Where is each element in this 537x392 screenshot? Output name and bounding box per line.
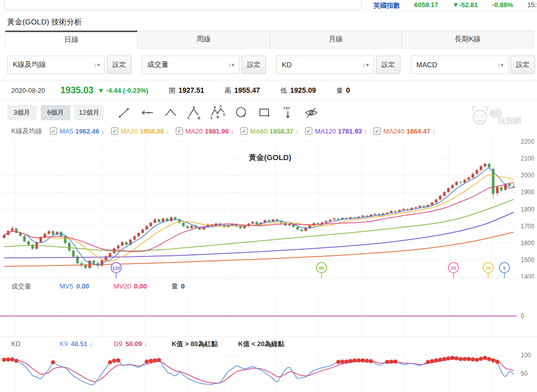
svg-text:1600: 1600	[521, 240, 534, 247]
ma10-checkbox[interactable]: ✓	[111, 127, 118, 135]
candlestick-chart[interactable]: 2200210020001900180017001600150014001206…	[0, 138, 537, 278]
high-value: 1955.47	[234, 86, 260, 94]
range-12m-button[interactable]: 12個月	[74, 105, 104, 120]
svg-text:1900: 1900	[521, 189, 534, 196]
tab-daily[interactable]: 日線	[5, 31, 138, 48]
range-6m-button[interactable]: 6個月	[41, 105, 70, 120]
mv5-value: 0.00	[76, 282, 89, 290]
abc-pattern-icon[interactable]: A 0 B	[186, 105, 202, 120]
horizontal-ray-icon[interactable]	[140, 105, 155, 120]
tab-monthly[interactable]: 月線	[270, 31, 402, 48]
kd-header: KD K948.51 ↓ D950.09 ↓ K值 > 80為紅點 K值 < 2…	[0, 336, 537, 351]
circle-tool-icon[interactable]	[233, 105, 249, 120]
ma120-checkbox[interactable]: ✓	[305, 127, 312, 135]
quote-change: ▼ -4.44 (-0.23%)	[98, 87, 149, 94]
ticker-change: ▼-52.81	[452, 1, 478, 10]
svg-text:20: 20	[451, 265, 457, 271]
high-label: 高	[225, 87, 231, 94]
ma10-legend-item: ✓MA101958.88 ↓	[111, 127, 169, 135]
ticker-change-pct: -0.86%	[492, 1, 513, 10]
index-ticker[interactable]: 英國指數 6059.17 ▼-52.81 -0.86% 15:5	[373, 1, 537, 10]
svg-text:C: C	[220, 105, 222, 108]
settings-button-4[interactable]: 設定	[511, 56, 535, 74]
svg-text:D: D	[223, 113, 225, 116]
vol-value: 0	[181, 282, 184, 290]
quote-row: 2020-08-20 1935.03 ▼ -4.44 (-0.23%) 開192…	[0, 81, 537, 101]
svg-text:2100: 2100	[521, 155, 534, 162]
volume-section-label: 成交量	[11, 282, 47, 291]
trend-line-icon[interactable]	[116, 105, 131, 120]
select-arrows-icon: ↕▾	[497, 62, 504, 68]
kd-rule-red: K值 > 80為紅點	[172, 339, 218, 349]
range-3m-button[interactable]: 3個月	[7, 105, 37, 120]
svg-text:10: 10	[486, 265, 491, 271]
open-label: 開	[169, 87, 175, 94]
hide-drawings-icon[interactable]	[304, 105, 319, 120]
svg-text:1500: 1500	[521, 256, 534, 264]
select-arrows-icon: ↕▾	[228, 62, 235, 68]
top-strip: 英國指數 6059.17 ▼-52.81 -0.86% 15:5	[0, 0, 537, 11]
settings-button-2[interactable]: 設定	[241, 56, 266, 74]
low-label: 低	[280, 87, 287, 94]
quote-price: 1935.03	[61, 85, 94, 96]
rectangle-tool-icon[interactable]	[257, 105, 272, 120]
svg-text:TXT: TXT	[283, 107, 290, 110]
select-arrows-icon: ↕▾	[94, 62, 100, 68]
svg-text:A: A	[213, 106, 216, 109]
indicator-select-4-value: MACD	[416, 61, 437, 69]
indicator-selector-row: K線及均線 ↕▾ 設定 成交量 ↕▾ 設定 KD ↕▾ 設定 MACD ↕▾ 設…	[0, 48, 537, 81]
ma240-checkbox[interactable]: ✓	[373, 127, 381, 135]
settings-button-3[interactable]: 設定	[376, 56, 400, 74]
tab-weekly[interactable]: 周線	[138, 31, 270, 48]
kd-chart[interactable]: 10050	[0, 351, 537, 392]
tab-longterm[interactable]: 長期K線	[402, 31, 534, 48]
indicator-select-1[interactable]: K線及均線 ↕▾	[7, 56, 105, 74]
kd-section-label: KD	[11, 340, 47, 348]
open-value: 1927.51	[178, 86, 204, 94]
mv20-label: MV20	[114, 282, 131, 290]
d9-value: 50.09	[125, 340, 142, 348]
svg-text:50: 50	[521, 370, 528, 377]
volume-header: 成交量 MV50.00 MV200.00 量0	[0, 278, 537, 294]
text-tool-icon[interactable]: TXT	[280, 105, 296, 120]
ticker-time: 15:5	[527, 1, 537, 10]
period-tabs: 日線 周線 月線 長期K線	[5, 31, 534, 48]
mv5-label: MV5	[60, 282, 73, 290]
indicator-select-3-value: KD	[282, 61, 291, 69]
ma5-checkbox[interactable]: ✓	[50, 127, 57, 135]
indicator-select-2[interactable]: 成交量 ↕▾	[142, 56, 239, 74]
svg-text:120: 120	[112, 265, 120, 271]
svg-text:5: 5	[503, 265, 506, 271]
k9-label: K9	[60, 340, 68, 348]
indicator-select-4[interactable]: MACD ↕▾	[411, 56, 508, 74]
svg-text:2200: 2200	[521, 138, 534, 145]
k9-value: 48.51	[71, 340, 88, 348]
svg-text:2000: 2000	[521, 172, 534, 179]
page-title: 黃金(GOLD) 技術分析	[0, 11, 537, 31]
kd-rule-green: K值 < 20為綠點	[238, 339, 285, 349]
svg-text:A: A	[193, 106, 195, 109]
svg-text:1700: 1700	[521, 223, 534, 230]
svg-text:0: 0	[210, 116, 212, 120]
abcd-wave-icon[interactable]: A C 0 B D	[210, 105, 225, 120]
svg-text:1800: 1800	[521, 206, 534, 213]
svg-text:0: 0	[521, 312, 524, 320]
volume-chart[interactable]: 0	[0, 294, 537, 336]
top-search-box[interactable]	[4, 0, 362, 10]
ma-legend-label: K線及均線	[11, 126, 50, 136]
quote-date: 2020-08-20	[11, 87, 45, 94]
ma60-checkbox[interactable]: ✓	[240, 127, 248, 135]
indicator-select-3[interactable]: KD ↕▾	[276, 56, 374, 74]
d9-label: D9	[114, 340, 123, 348]
ma20-checkbox[interactable]: ✓	[176, 127, 183, 135]
angle-line-icon[interactable]	[163, 105, 178, 120]
ticker-name[interactable]: 英國指數	[373, 1, 400, 10]
ma-legend-row: K線及均線 ✓MA51962.46 ↓ ✓MA101958.88 ↓ ✓MA20…	[0, 124, 537, 138]
svg-text:1400: 1400	[521, 273, 534, 278]
svg-text:黃金(GOLD): 黃金(GOLD)	[248, 153, 291, 162]
settings-button-1[interactable]: 設定	[107, 56, 131, 74]
svg-text:0: 0	[187, 116, 190, 120]
svg-text:60: 60	[319, 265, 325, 271]
ma5-legend-item: ✓MA51962.46 ↓	[50, 127, 104, 135]
chart-toolbar: 3個月 6個月 12個月 A 0 B A C 0 B D TXT	[0, 101, 537, 124]
